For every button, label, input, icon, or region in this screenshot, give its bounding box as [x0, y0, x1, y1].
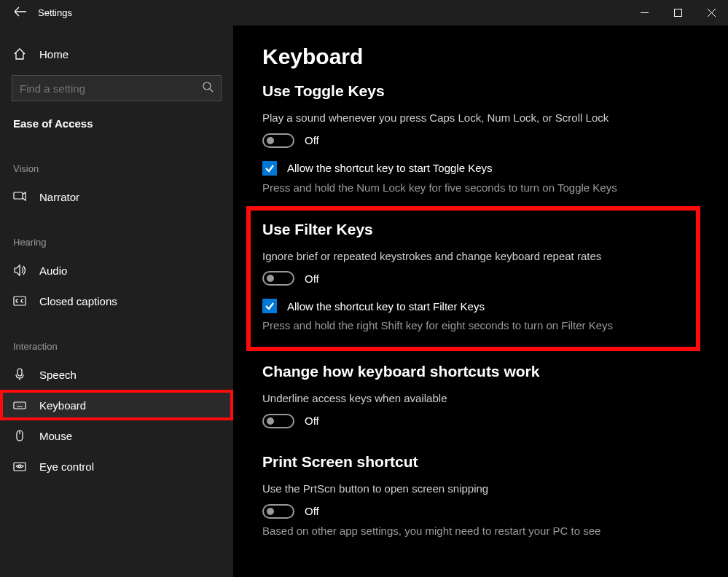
- printscreen-switch[interactable]: [262, 504, 294, 519]
- svg-point-1: [203, 82, 211, 90]
- sidebar-item-keyboard[interactable]: Keyboard: [0, 390, 233, 420]
- filter-keys-highlight: Use Filter Keys Ignore brief or repeated…: [246, 206, 700, 352]
- underline-access-keys-state: Off: [305, 415, 319, 427]
- section-toggle-keys-heading: Use Toggle Keys: [262, 82, 684, 100]
- printscreen-hint: Based on other app settings, you might n…: [262, 523, 641, 539]
- sidebar-item-mouse[interactable]: Mouse: [0, 420, 233, 451]
- sidebar-item-label: Mouse: [39, 430, 72, 442]
- titlebar: Settings: [0, 0, 728, 25]
- toggle-keys-switch[interactable]: [262, 133, 294, 148]
- search-field[interactable]: [20, 82, 194, 95]
- svg-point-8: [19, 466, 21, 468]
- filter-keys-switch[interactable]: [262, 271, 294, 286]
- sidebar-item-label: Eye control: [39, 460, 94, 473]
- sidebar-item-audio[interactable]: Audio: [0, 255, 233, 286]
- sidebar-item-label: Speech: [39, 369, 77, 381]
- main-content: Keyboard Use Toggle Keys Play a sound wh…: [233, 25, 728, 577]
- sidebar-item-label: Narrator: [39, 191, 79, 203]
- closed-captions-icon: [13, 294, 26, 307]
- back-icon[interactable]: [15, 6, 26, 20]
- sidebar-item-label: Keyboard: [39, 399, 86, 412]
- page-title: Keyboard: [262, 44, 684, 69]
- svg-rect-3: [14, 297, 26, 305]
- printscreen-state: Off: [305, 505, 319, 517]
- filter-keys-hint: Press and hold the right Shift key for e…: [262, 318, 641, 334]
- section-shortcuts-heading: Change how keyboard shortcuts work: [262, 363, 684, 380]
- svg-rect-7: [14, 463, 26, 471]
- filter-keys-checkbox-label: Allow the shortcut key to start Filter K…: [287, 300, 485, 313]
- toggle-keys-desc: Play a sound whenever you press Caps Loc…: [262, 110, 641, 126]
- sidebar-item-speech[interactable]: Speech: [0, 359, 233, 390]
- eye-control-icon: [13, 460, 26, 473]
- search-icon: [203, 82, 214, 95]
- printscreen-desc: Use the PrtScn button to open screen sni…: [262, 481, 641, 497]
- narrator-icon: [13, 190, 26, 203]
- mouse-icon: [13, 429, 26, 442]
- svg-rect-0: [674, 9, 681, 17]
- svg-rect-4: [17, 369, 22, 376]
- sidebar-item-label: Closed captions: [39, 295, 117, 307]
- sidebar-item-label: Audio: [39, 264, 67, 277]
- sidebar-item-narrator[interactable]: Narrator: [0, 181, 233, 212]
- home-icon: [13, 47, 26, 60]
- shortcuts-desc: Underline access keys when available: [262, 390, 641, 407]
- toggle-keys-shortcut-checkbox[interactable]: [262, 161, 277, 176]
- audio-icon: [13, 264, 26, 277]
- speech-icon: [13, 368, 26, 381]
- group-label-interaction: Interaction: [0, 331, 233, 359]
- search-input[interactable]: [12, 75, 222, 101]
- toggle-keys-state: Off: [305, 134, 319, 146]
- keyboard-icon: [13, 399, 26, 412]
- home-button[interactable]: Home: [0, 40, 233, 68]
- filter-keys-state: Off: [305, 272, 319, 285]
- sidebar: Home Ease of Access Vision Narrator Hear…: [0, 25, 233, 577]
- maximize-button[interactable]: [661, 0, 694, 25]
- group-label-hearing: Hearing: [0, 227, 233, 255]
- group-label-vision: Vision: [0, 153, 233, 181]
- svg-rect-2: [14, 192, 23, 199]
- sidebar-item-eye-control[interactable]: Eye control: [0, 451, 233, 482]
- section-filter-keys-heading: Use Filter Keys: [262, 221, 684, 238]
- filter-keys-shortcut-checkbox[interactable]: [262, 299, 277, 313]
- toggle-keys-checkbox-label: Allow the shortcut key to start Toggle K…: [287, 162, 493, 174]
- section-printscreen-heading: Print Screen shortcut: [262, 453, 684, 471]
- minimize-button[interactable]: [627, 0, 661, 25]
- svg-rect-5: [14, 402, 26, 409]
- toggle-keys-hint: Press and hold the Num Lock key for five…: [262, 180, 641, 196]
- category-heading: Ease of Access: [0, 117, 233, 138]
- underline-access-keys-switch[interactable]: [262, 414, 294, 428]
- close-button[interactable]: [694, 0, 728, 25]
- sidebar-item-closed-captions[interactable]: Closed captions: [0, 286, 233, 316]
- window-title: Settings: [38, 7, 72, 18]
- filter-keys-desc: Ignore brief or repeated keystrokes and …: [262, 248, 641, 264]
- home-label: Home: [39, 48, 69, 60]
